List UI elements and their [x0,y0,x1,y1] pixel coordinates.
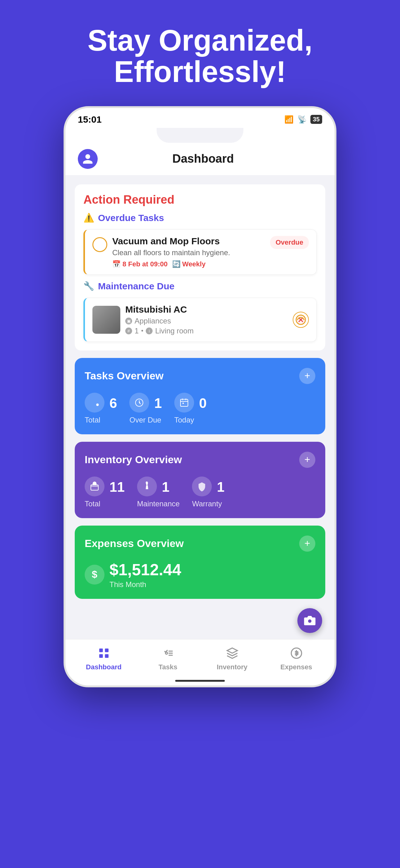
expenses-icon [289,646,304,661]
signal-icon: 📶 [284,115,294,124]
inventory-overview-card: Inventory Overview + 11 Total [75,442,325,518]
tasks-total-stat: 6 Total [85,393,117,424]
tasks-overdue-stat: 1 Over Due [129,393,162,424]
inventory-total-number: 11 [109,479,125,495]
maintenance-category: ▣ Appliances [125,317,288,326]
expenses-overview-card: Expenses Overview + $ $1,512.44 This Mon… [75,526,325,599]
expenses-add-button[interactable]: + [299,535,315,552]
nav-dashboard-label: Dashboard [86,663,122,671]
maintenance-image [92,306,120,334]
home-bar [175,680,225,682]
hero-section: Stay Organized, Effortlessly! [63,0,337,106]
inventory-maintenance-icon [137,476,157,496]
category-icon: ▣ [125,318,132,324]
tasks-today-stat: 0 Today [174,393,206,424]
inventory-warranty-stat: 1 Warranty [192,476,224,508]
inventory-maintenance-number: 1 [162,479,169,495]
tasks-total-number: 6 [109,396,117,411]
tasks-stats: 6 Total 1 Over Due [85,393,315,424]
maintenance-meta: # 1 • i Living room [125,327,288,335]
inventory-stats: 11 Total 1 Maintenance [85,476,315,508]
inventory-total-label: Total [85,499,100,508]
inventory-icon [225,646,240,661]
phone-frame: 15:01 📶 📡 35 Dashboard Action Required ⚠… [64,106,336,687]
status-time: 15:01 [78,114,102,125]
expenses-overview-header: Expenses Overview + [85,535,315,552]
tasks-today-number: 0 [199,396,206,411]
status-icons: 📶 📡 35 [284,115,322,124]
bottom-nav: Dashboard Tasks Inventory [65,639,335,676]
wrench-icon: 🔧 [84,281,94,291]
tasks-today-label: Today [174,416,194,424]
tasks-total-label: Total [85,416,100,424]
nav-dashboard[interactable]: Dashboard [85,646,123,671]
calendar-icon: 📅 [112,260,121,268]
nav-tasks[interactable]: Tasks [149,646,187,671]
tasks-overview-title: Tasks Overview [85,370,164,382]
overdue-task-card[interactable]: Vacuum and Mop Floors Clean all floors t… [84,229,316,275]
notch-container [65,128,335,143]
action-required-section: Action Required ⚠️ Overdue Tasks Vacuum … [75,184,325,350]
nav-inventory[interactable]: Inventory [214,646,251,671]
maintenance-details: Mitsubishi AC ▣ Appliances # 1 • i Livin… [125,304,288,335]
nav-tasks-label: Tasks [159,663,177,671]
maintenance-card[interactable]: Mitsubishi AC ▣ Appliances # 1 • i Livin… [84,298,316,342]
maintenance-item-name: Mitsubishi AC [125,304,288,315]
home-indicator [65,676,335,685]
task-recurrence: 🔄 Weekly [172,260,206,268]
page-title: Dashboard [104,152,302,165]
inventory-total-icon [85,476,104,496]
app-header: Dashboard [65,143,335,175]
fab-camera-button[interactable] [297,608,322,633]
dollar-icon: $ [85,565,104,585]
task-date: 📅 8 Feb at 09:00 [112,260,168,268]
tasks-overview-header: Tasks Overview + [85,368,315,384]
maintenance-due-header: 🔧 Maintenance Due [84,281,316,291]
inventory-add-button[interactable]: + [299,452,315,468]
overdue-tasks-header: ⚠️ Overdue Tasks [84,213,316,223]
inventory-overview-title: Inventory Overview [85,454,182,466]
battery-indicator: 35 [310,115,322,124]
warning-icon: ⚠️ [84,213,94,223]
inventory-total-stat: 11 Total [85,476,125,508]
nav-expenses[interactable]: Expenses [278,646,315,671]
main-content: Action Required ⚠️ Overdue Tasks Vacuum … [65,175,335,608]
tasks-today-icon [174,393,194,412]
avatar[interactable] [78,149,98,169]
task-meta: 📅 8 Feb at 09:00 🔄 Weekly [112,260,265,268]
notch [157,128,243,143]
inventory-overview-header: Inventory Overview + [85,452,315,468]
tasks-add-button[interactable]: + [299,368,315,384]
dashboard-icon [96,646,111,661]
expenses-period: This Month [109,580,181,589]
expenses-amount: $1,512.44 [109,560,181,579]
tasks-overdue-icon [129,393,149,412]
task-name: Vacuum and Mop Floors [112,236,265,247]
inventory-warranty-label: Warranty [192,499,222,508]
inventory-warranty-number: 1 [217,479,224,495]
tasks-icon [161,646,175,661]
svg-rect-3 [180,399,188,406]
wifi-icon: 📡 [297,115,307,124]
tasks-overdue-number: 1 [154,396,162,411]
task-completion-circle [92,237,107,252]
task-description: Clean all floors to maintain hygiene. [112,248,265,257]
overdue-badge: Overdue [270,236,309,249]
expenses-overview-title: Expenses Overview [85,537,184,550]
nav-expenses-label: Expenses [280,663,312,671]
svg-rect-10 [99,654,103,658]
tasks-total-icon [85,393,104,412]
svg-rect-5 [91,485,98,490]
svg-point-1 [96,403,99,406]
recurrence-icon: 🔄 [172,260,180,268]
tasks-overdue-label: Over Due [129,416,161,424]
inventory-maintenance-stat: 1 Maintenance [137,476,179,508]
hero-text: Stay Organized, Effortlessly! [63,0,337,106]
task-details: Vacuum and Mop Floors Clean all floors t… [112,236,265,268]
svg-rect-9 [105,649,108,652]
tasks-overview-card: Tasks Overview + 6 Total [75,358,325,434]
info-icon: i [146,328,153,334]
svg-rect-8 [99,649,103,652]
inventory-maintenance-label: Maintenance [137,499,179,508]
expenses-amount-row: $ $1,512.44 This Month [85,560,315,589]
